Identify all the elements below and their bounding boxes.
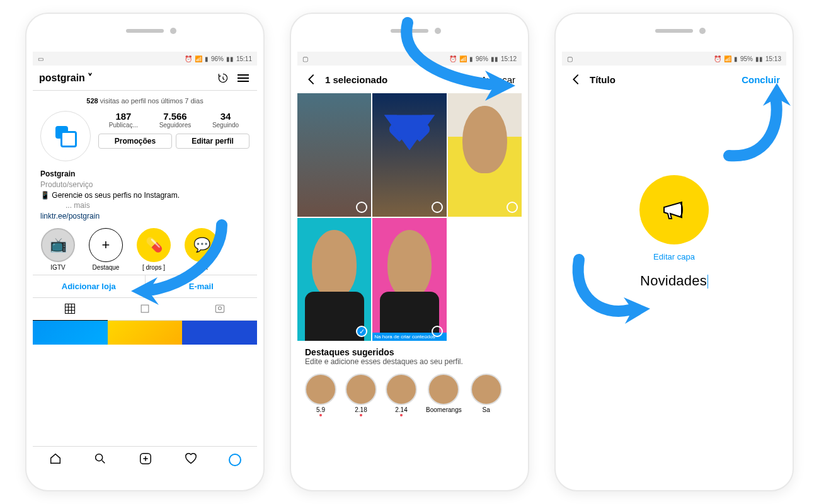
clock: 15:11	[236, 55, 252, 62]
username-dropdown[interactable]: postgrain ˅	[39, 72, 93, 84]
suggested-header: Destaques sugeridos	[305, 347, 514, 357]
profile-bio: Postgrain Produto/serviço 📱 Gerencie os …	[33, 166, 257, 222]
story-thumb[interactable]	[448, 93, 522, 217]
megaphone-icon	[659, 195, 689, 225]
suggested-row: 5.9 2.18 2.14 Boomerangs Sa	[297, 369, 522, 416]
nav-create-icon[interactable]	[139, 452, 152, 468]
highlight-cover[interactable]	[639, 175, 709, 244]
highlight-igtv[interactable]: 📺IGTV	[35, 228, 81, 271]
highlight-name-input[interactable]: Novidades	[640, 273, 708, 289]
alarm-icon: ⏰	[185, 55, 192, 62]
done-button[interactable]: Concluir	[742, 74, 780, 85]
back-icon[interactable]	[568, 72, 583, 87]
suggested-sub: Edite e adicione esses destaques ao seu …	[305, 357, 514, 366]
svg-point-2	[218, 307, 221, 310]
bio-link[interactable]: linktr.ee/postgrain	[40, 211, 249, 222]
story-thumb[interactable]	[297, 93, 371, 217]
nav-home-icon[interactable]	[49, 452, 62, 468]
header-title: Título	[590, 74, 735, 85]
email-button[interactable]: E-mail	[145, 275, 258, 298]
signal-icon: ▮	[205, 55, 209, 62]
edit-profile-button[interactable]: Editar perfil	[176, 134, 249, 149]
status-bar: ▭ ⏰ 📶 ▮ 96% ▮▮ 15:11	[33, 52, 257, 66]
menu-icon[interactable]	[236, 71, 251, 86]
stat-followers[interactable]: 7.566Seguidores	[159, 111, 192, 129]
tab-feed[interactable]	[108, 298, 183, 321]
bio-text: 📱 Gerencie os seus perfis no Instagram.	[40, 190, 249, 201]
bio-more[interactable]: ... mais	[40, 200, 249, 211]
next-button[interactable]: Avançar	[481, 74, 515, 85]
story-thumb[interactable]	[372, 93, 446, 217]
story-gallery: ✓ Na hora de criar conteúdos	[297, 93, 522, 341]
profile-insights[interactable]: 528 visitas ao perfil nos últimos 7 dias	[33, 91, 257, 111]
archive-icon[interactable]	[215, 71, 231, 86]
promotions-button[interactable]: Promoções	[98, 134, 172, 149]
picture-icon: ▢	[567, 55, 573, 62]
highlight-drops[interactable]: 💊[ drops ]	[131, 228, 176, 271]
svg-rect-0	[141, 306, 149, 313]
highlight-new[interactable]: +Destaque	[83, 228, 129, 271]
edit-cover-link[interactable]: Editar capa	[653, 252, 695, 261]
suggested-item[interactable]: 2.14	[386, 374, 417, 416]
bottom-nav	[33, 446, 257, 472]
avatar[interactable]	[40, 111, 91, 161]
insights-count: 528	[86, 97, 98, 105]
suggested-item[interactable]: Boomerangs	[426, 374, 462, 416]
wifi-icon: 📶	[195, 55, 202, 62]
svg-rect-1	[215, 306, 224, 313]
status-bar: ▢ ⏰📶▮96%▮▮15:12	[297, 52, 522, 66]
nav-search-icon[interactable]	[93, 452, 107, 468]
nav-activity-icon[interactable]	[184, 452, 198, 468]
header-title: 1 selecionado	[325, 74, 474, 85]
profile-appbar: postgrain ˅	[33, 66, 257, 91]
story-thumb[interactable]: Na hora de criar conteúdos	[372, 218, 446, 341]
suggested-item[interactable]: 2.18	[345, 374, 377, 416]
stat-following[interactable]: 34Seguindo	[212, 111, 239, 129]
add-shop-button[interactable]: Adicionar loja	[33, 275, 145, 298]
status-bar: ▢ ⏰📶▮95%▮▮15:13	[562, 52, 786, 66]
bio-category: Produto/serviço	[40, 180, 249, 190]
back-icon[interactable]	[304, 72, 319, 87]
nav-profile-icon[interactable]	[229, 454, 241, 466]
battery-percent: 96%	[211, 55, 224, 62]
tab-grid[interactable]	[33, 298, 108, 321]
phone-highlight-title: ▢ ⏰📶▮95%▮▮15:13 Título Concluir Editar c…	[554, 13, 794, 491]
tab-tagged[interactable]	[182, 298, 257, 321]
phone-profile: ▭ ⏰ 📶 ▮ 96% ▮▮ 15:11 postgrain ˅	[25, 13, 265, 491]
laptop-icon: ▭	[38, 55, 43, 62]
story-thumb[interactable]: ✓	[297, 218, 371, 341]
picture-icon: ▢	[302, 55, 308, 62]
stat-posts[interactable]: 187Publicaç...	[109, 111, 138, 129]
suggested-item[interactable]: 5.9	[305, 374, 336, 416]
phone-select-stories: ▢ ⏰📶▮96%▮▮15:12 1 selecionado Avançar ✓ …	[290, 13, 529, 491]
bio-name: Postgrain	[40, 169, 249, 180]
battery-icon: ▮▮	[226, 55, 234, 62]
highlight-pr[interactable]: 💬P&R	[179, 228, 224, 271]
svg-point-3	[96, 454, 103, 461]
posts-grid[interactable]	[33, 321, 257, 345]
highlights-row: 📺IGTV +Destaque 💊[ drops ] 💬P&R	[33, 222, 257, 275]
suggested-item[interactable]: Sa	[471, 374, 502, 416]
